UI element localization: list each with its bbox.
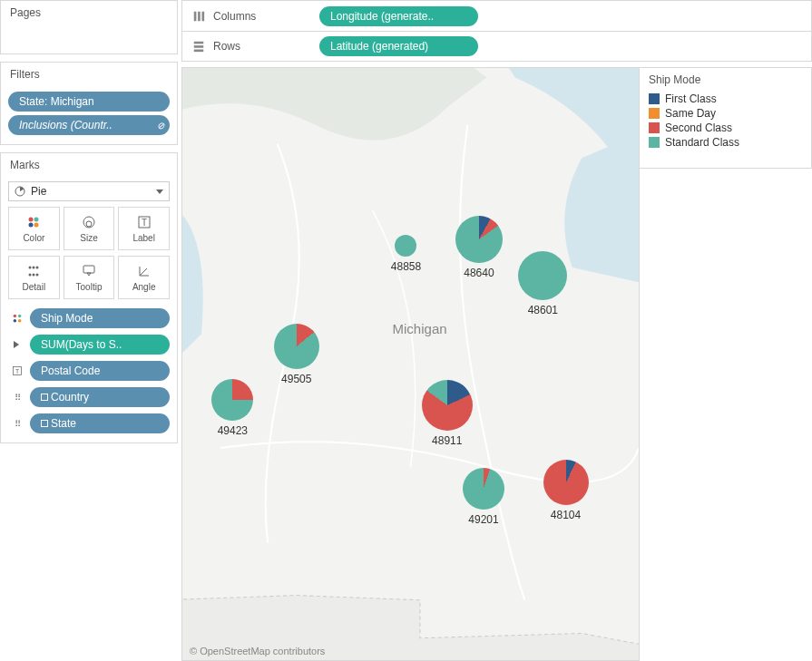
pie-mark[interactable]: [274, 324, 319, 369]
legend-swatch: [649, 122, 660, 133]
pie-mark[interactable]: [518, 251, 567, 300]
legend-label: Standard Class: [665, 136, 739, 149]
svg-rect-24: [202, 11, 205, 21]
mark-pill-ship-mode[interactable]: Ship Mode: [30, 308, 170, 328]
pie-label: 48911: [432, 434, 462, 447]
svg-rect-22: [194, 11, 197, 21]
columns-icon: [191, 9, 206, 24]
pie-mark[interactable]: [211, 379, 253, 421]
legend-item[interactable]: Standard Class: [649, 135, 802, 150]
pie-label: 48858: [391, 260, 421, 273]
filters-label: Filters: [1, 63, 177, 86]
svg-rect-23: [198, 11, 201, 21]
mark-btn-label: Angle: [132, 282, 156, 292]
svg-point-19: [18, 319, 22, 323]
legend-label: First Class: [665, 92, 717, 105]
filter-pill-state[interactable]: State: Michigan: [8, 92, 170, 112]
legend-swatch: [649, 108, 660, 119]
pie-mark[interactable]: [455, 216, 503, 263]
map-viz[interactable]: Michigan 4885848640486014950549423489114…: [181, 67, 640, 661]
pill-label: State: [51, 417, 76, 430]
angle-icon: [8, 341, 26, 348]
filter-pill-label: State: Michigan: [19, 95, 94, 108]
svg-rect-26: [194, 45, 204, 48]
svg-point-18: [14, 319, 17, 323]
rows-label: Rows: [213, 40, 240, 53]
mark-pill-days-to-ship[interactable]: SUM(Days to S..: [30, 335, 170, 355]
pages-shelf[interactable]: Pages: [0, 0, 178, 54]
mark-tooltip-button[interactable]: Tooltip: [64, 256, 115, 299]
svg-point-6: [86, 221, 92, 227]
rows-pill-latitude[interactable]: Latitude (generated): [319, 36, 478, 56]
mark-btn-label: Detail: [23, 282, 46, 292]
pages-label: Pages: [1, 1, 177, 25]
label-icon: T: [8, 365, 26, 376]
pie-mark[interactable]: [543, 460, 589, 505]
pie-label: 49423: [218, 424, 248, 437]
pill-label: Longitude (generate..: [330, 10, 434, 23]
marks-card: Marks Pie Color Size: [0, 152, 178, 443]
svg-point-3: [29, 222, 34, 227]
pill-label: Latitude (generated): [330, 40, 428, 53]
columns-shelf[interactable]: Columns Longitude (generate..: [181, 0, 812, 31]
mark-pill-postal-code[interactable]: Postal Code: [30, 361, 170, 381]
legend-item[interactable]: Second Class: [649, 121, 802, 135]
filter-pill-inclusions[interactable]: Inclusions (Countr.. ⊘: [8, 115, 170, 135]
chevron-down-icon: [156, 190, 163, 194]
marks-label: Marks: [1, 153, 177, 178]
pill-label: Ship Mode: [41, 312, 93, 325]
detail-icon: ⠿: [8, 393, 26, 403]
legend-item[interactable]: Same Day: [649, 106, 802, 121]
svg-text:T: T: [15, 368, 19, 374]
pie-label: 48104: [551, 509, 581, 521]
pie-mark[interactable]: [395, 235, 416, 257]
mark-type-select[interactable]: Pie: [8, 181, 170, 201]
legend-swatch: [649, 137, 660, 148]
pie-mark[interactable]: [422, 380, 473, 431]
mark-label-button[interactable]: T Label: [118, 207, 170, 250]
pie-mark[interactable]: [463, 468, 504, 510]
svg-point-5: [83, 217, 94, 228]
svg-point-16: [14, 315, 17, 318]
mark-pill-state[interactable]: State: [30, 413, 170, 433]
svg-point-17: [18, 315, 22, 318]
svg-point-4: [34, 222, 39, 227]
mark-pill-country[interactable]: Country: [30, 387, 170, 407]
svg-rect-27: [194, 50, 204, 53]
columns-pill-longitude[interactable]: Longitude (generate..: [319, 6, 478, 26]
mark-detail-button[interactable]: Detail: [8, 256, 60, 299]
pie-label: 48601: [528, 304, 558, 316]
label-icon: T: [137, 215, 152, 229]
svg-text:T: T: [142, 218, 147, 228]
color-icon: [26, 215, 41, 229]
pin-icon: ⊘: [157, 121, 164, 131]
legend-item[interactable]: First Class: [649, 92, 802, 106]
square-icon: [41, 394, 48, 401]
map-attribution: © OpenStreetMap contributors: [190, 646, 325, 656]
mark-btn-label: Color: [23, 233, 44, 243]
pill-label: SUM(Days to S..: [41, 338, 122, 351]
detail-icon: [26, 264, 41, 278]
pie-icon: [15, 186, 25, 197]
pie-label: 48640: [464, 267, 494, 279]
columns-label: Columns: [213, 10, 256, 23]
filter-pill-label: Inclusions (Countr..: [19, 119, 113, 131]
svg-point-2: [34, 217, 39, 221]
mark-size-button[interactable]: Size: [64, 207, 115, 250]
rows-icon: [191, 39, 206, 53]
pill-label: Postal Code: [41, 365, 100, 377]
legend-label: Same Day: [665, 107, 716, 120]
mark-btn-label: Tooltip: [76, 282, 103, 292]
svg-point-10: [33, 266, 35, 268]
mark-angle-button[interactable]: Angle: [118, 256, 170, 299]
mark-color-button[interactable]: Color: [8, 207, 60, 250]
legend-title: Ship Mode: [649, 73, 802, 86]
rows-shelf[interactable]: Rows Latitude (generated): [181, 31, 812, 62]
svg-point-11: [36, 266, 39, 268]
detail-icon: ⠿: [8, 419, 26, 429]
angle-icon: [137, 264, 152, 278]
filters-shelf[interactable]: Filters State: Michigan Inclusions (Coun…: [0, 62, 178, 145]
legend-panel: Ship Mode First ClassSame DaySecond Clas…: [640, 67, 812, 169]
svg-rect-25: [194, 42, 204, 44]
color-icon: [8, 312, 26, 325]
